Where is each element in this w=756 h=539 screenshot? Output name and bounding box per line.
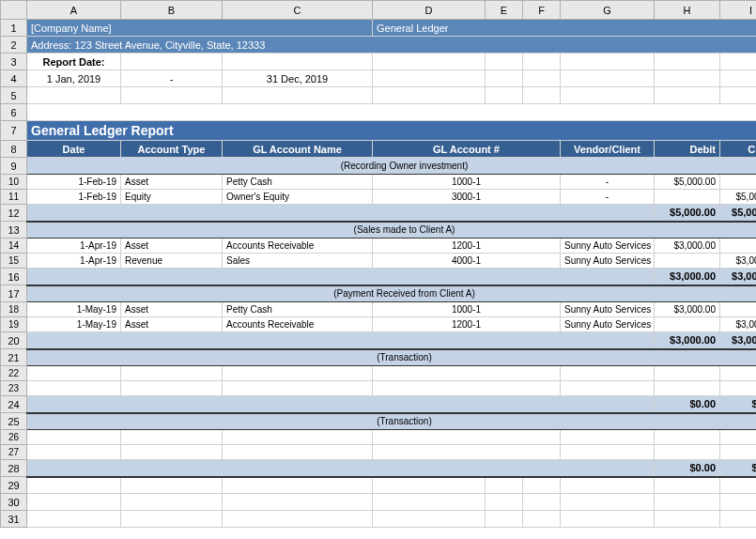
row-header-10[interactable]: 10 bbox=[1, 175, 27, 190]
cell-credit[interactable] bbox=[720, 239, 757, 254]
cell-date[interactable] bbox=[27, 366, 121, 381]
row-header-17[interactable]: 17 bbox=[1, 285, 27, 302]
cell-credit[interactable] bbox=[720, 430, 757, 445]
row-header-8[interactable]: 8 bbox=[1, 141, 27, 158]
cell-type[interactable]: Asset bbox=[121, 175, 223, 190]
row-header-16[interactable]: 16 bbox=[1, 269, 27, 285]
cell-debit[interactable] bbox=[655, 317, 720, 332]
spreadsheet[interactable]: ABCDEFGHI1[Company Name]General Ledger2A… bbox=[0, 0, 756, 528]
col-header-A[interactable]: A bbox=[27, 1, 121, 20]
row-header-27[interactable]: 27 bbox=[1, 445, 27, 460]
row-header-4[interactable]: 4 bbox=[1, 70, 27, 87]
cell-debit[interactable] bbox=[655, 254, 720, 269]
cell-credit[interactable]: $5,000.00 bbox=[720, 190, 757, 205]
cell-debit[interactable] bbox=[655, 381, 720, 396]
row-header-7[interactable]: 7 bbox=[1, 121, 27, 141]
row-header-2[interactable]: 2 bbox=[1, 37, 27, 54]
cell-vendor[interactable] bbox=[561, 445, 655, 460]
cell-date[interactable] bbox=[27, 430, 121, 445]
cell-gl-name[interactable]: Sales bbox=[223, 254, 373, 269]
cell-gl-number[interactable] bbox=[373, 430, 561, 445]
row-header-23[interactable]: 23 bbox=[1, 381, 27, 396]
cell-type[interactable] bbox=[121, 381, 223, 396]
cell-date[interactable]: 1-Apr-19 bbox=[27, 239, 121, 254]
cell-date[interactable]: 1-May-19 bbox=[27, 317, 121, 332]
cell-gl-number[interactable]: 4000-1 bbox=[373, 254, 561, 269]
cell-debit[interactable] bbox=[655, 190, 720, 205]
cell-gl-number[interactable]: 1000-1 bbox=[373, 302, 561, 317]
cell-gl-name[interactable]: Petty Cash bbox=[223, 175, 373, 190]
cell-vendor[interactable]: - bbox=[561, 175, 655, 190]
row-header-19[interactable]: 19 bbox=[1, 317, 27, 332]
cell-type[interactable] bbox=[121, 445, 223, 460]
cell-gl-number[interactable] bbox=[373, 366, 561, 381]
cell-vendor[interactable] bbox=[561, 366, 655, 381]
row-header-20[interactable]: 20 bbox=[1, 332, 27, 349]
col-header-G[interactable]: G bbox=[561, 1, 655, 20]
cell-gl-name[interactable]: Petty Cash bbox=[223, 302, 373, 317]
cell-credit[interactable] bbox=[720, 381, 757, 396]
row-header-24[interactable]: 24 bbox=[1, 396, 27, 413]
cell-gl-name[interactable] bbox=[223, 366, 373, 381]
col-header-H[interactable]: H bbox=[655, 1, 720, 20]
cell-gl-name[interactable] bbox=[223, 430, 373, 445]
cell-vendor[interactable]: Sunny Auto Services bbox=[561, 254, 655, 269]
cell-type[interactable]: Asset bbox=[121, 302, 223, 317]
row-header-1[interactable]: 1 bbox=[1, 20, 27, 37]
cell-gl-name[interactable] bbox=[223, 381, 373, 396]
row-header-25[interactable]: 25 bbox=[1, 413, 27, 430]
col-header-D[interactable]: D bbox=[373, 1, 486, 20]
cell-type[interactable]: Revenue bbox=[121, 254, 223, 269]
cell-gl-name[interactable]: Owner's Equity bbox=[223, 190, 373, 205]
cell-gl-name[interactable]: Accounts Receivable bbox=[223, 239, 373, 254]
col-header-C[interactable]: C bbox=[223, 1, 373, 20]
cell-type[interactable] bbox=[121, 366, 223, 381]
cell-date[interactable] bbox=[27, 381, 121, 396]
cell-credit[interactable] bbox=[720, 175, 757, 190]
cell-vendor[interactable] bbox=[561, 430, 655, 445]
cell-vendor[interactable]: Sunny Auto Services bbox=[561, 317, 655, 332]
cell-type[interactable]: Asset bbox=[121, 239, 223, 254]
cell-date[interactable]: 1-May-19 bbox=[27, 302, 121, 317]
row-header-11[interactable]: 11 bbox=[1, 190, 27, 205]
col-header-I[interactable]: I bbox=[720, 1, 757, 20]
cell-gl-number[interactable]: 1000-1 bbox=[373, 175, 561, 190]
cell-date[interactable]: 1-Apr-19 bbox=[27, 254, 121, 269]
cell-vendor[interactable]: Sunny Auto Services bbox=[561, 239, 655, 254]
row-header-22[interactable]: 22 bbox=[1, 366, 27, 381]
cell-vendor[interactable]: - bbox=[561, 190, 655, 205]
cell-vendor[interactable] bbox=[561, 381, 655, 396]
row-header-28[interactable]: 28 bbox=[1, 460, 27, 477]
cell-credit[interactable] bbox=[720, 366, 757, 381]
cell-gl-number[interactable] bbox=[373, 445, 561, 460]
corner-cell[interactable] bbox=[1, 1, 27, 20]
cell-debit[interactable]: $3,000.00 bbox=[655, 302, 720, 317]
cell-date[interactable]: 1-Feb-19 bbox=[27, 175, 121, 190]
cell-gl-name[interactable]: Accounts Receivable bbox=[223, 317, 373, 332]
col-header-F[interactable]: F bbox=[523, 1, 561, 20]
col-header-E[interactable]: E bbox=[486, 1, 523, 20]
cell-date[interactable]: 1-Feb-19 bbox=[27, 190, 121, 205]
row-header-18[interactable]: 18 bbox=[1, 302, 27, 317]
cell-date[interactable] bbox=[27, 445, 121, 460]
cell-debit[interactable]: $5,000.00 bbox=[655, 175, 720, 190]
cell-credit[interactable] bbox=[720, 302, 757, 317]
cell-debit[interactable] bbox=[655, 445, 720, 460]
row-header-29[interactable]: 29 bbox=[1, 477, 27, 494]
row-header-14[interactable]: 14 bbox=[1, 239, 27, 254]
cell-gl-number[interactable] bbox=[373, 381, 561, 396]
cell-credit[interactable]: $3,000.00 bbox=[720, 254, 757, 269]
cell-type[interactable]: Asset bbox=[121, 317, 223, 332]
cell-gl-number[interactable]: 1200-1 bbox=[373, 317, 561, 332]
cell-type[interactable]: Equity bbox=[121, 190, 223, 205]
cell-credit[interactable] bbox=[720, 445, 757, 460]
row-header-3[interactable]: 3 bbox=[1, 54, 27, 70]
cell-gl-number[interactable]: 3000-1 bbox=[373, 190, 561, 205]
row-header-9[interactable]: 9 bbox=[1, 158, 27, 175]
row-header-30[interactable]: 30 bbox=[1, 494, 27, 511]
col-header-B[interactable]: B bbox=[121, 1, 223, 20]
row-header-31[interactable]: 31 bbox=[1, 511, 27, 528]
cell-type[interactable] bbox=[121, 430, 223, 445]
report-start[interactable]: 1 Jan, 2019 bbox=[27, 70, 121, 87]
row-header-15[interactable]: 15 bbox=[1, 254, 27, 269]
